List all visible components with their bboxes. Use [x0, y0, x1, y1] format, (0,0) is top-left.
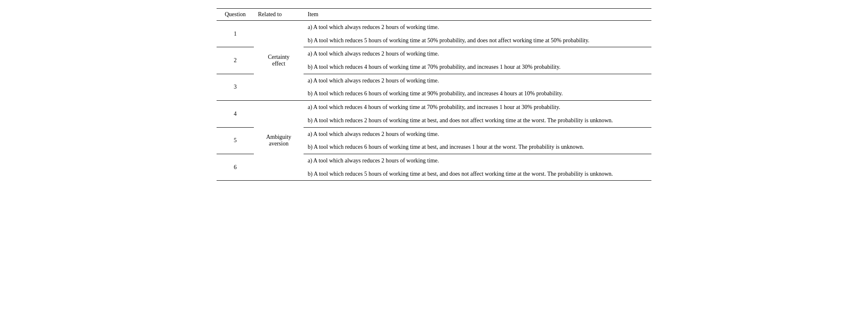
header-item: Item [304, 9, 651, 21]
header-row: Question Related to Item [217, 9, 651, 21]
item-cell: a) A tool which always reduces 2 hours o… [304, 21, 651, 34]
survey-table: Question Related to Item 1Certainty effe… [217, 8, 651, 181]
table-row: 1Certainty effecta) A tool which always … [217, 21, 651, 34]
item-cell: b) A tool which reduces 4 hours of worki… [304, 61, 651, 74]
item-cell: a) A tool which always reduces 2 hours o… [304, 74, 651, 87]
main-table-container: Question Related to Item 1Certainty effe… [217, 8, 651, 181]
item-cell: b) A tool which reduces 5 hours of worki… [304, 167, 651, 181]
question-cell: 5 [217, 127, 254, 154]
item-cell: a) A tool which always reduces 2 hours o… [304, 127, 651, 140]
table-row: 4Ambiguity aversiona) A tool which reduc… [217, 101, 651, 114]
related-to-cell: Certainty effect [254, 21, 304, 101]
question-cell: 1 [217, 21, 254, 47]
item-cell: b) A tool which reduces 5 hours of worki… [304, 34, 651, 47]
item-cell: a) A tool which always reduces 2 hours o… [304, 47, 651, 61]
header-question: Question [217, 9, 254, 21]
question-cell: 6 [217, 154, 254, 180]
item-cell: b) A tool which reduces 6 hours of worki… [304, 87, 651, 100]
item-cell: a) A tool which reduces 4 hours of worki… [304, 101, 651, 114]
question-cell: 2 [217, 47, 254, 74]
item-cell: b) A tool which reduces 6 hours of worki… [304, 140, 651, 154]
question-cell: 3 [217, 74, 254, 100]
item-cell: a) A tool which always reduces 2 hours o… [304, 154, 651, 167]
related-to-cell: Ambiguity aversion [254, 101, 304, 181]
question-cell: 4 [217, 101, 254, 127]
item-cell: b) A tool which reduces 2 hours of worki… [304, 114, 651, 127]
header-related-to: Related to [254, 9, 304, 21]
